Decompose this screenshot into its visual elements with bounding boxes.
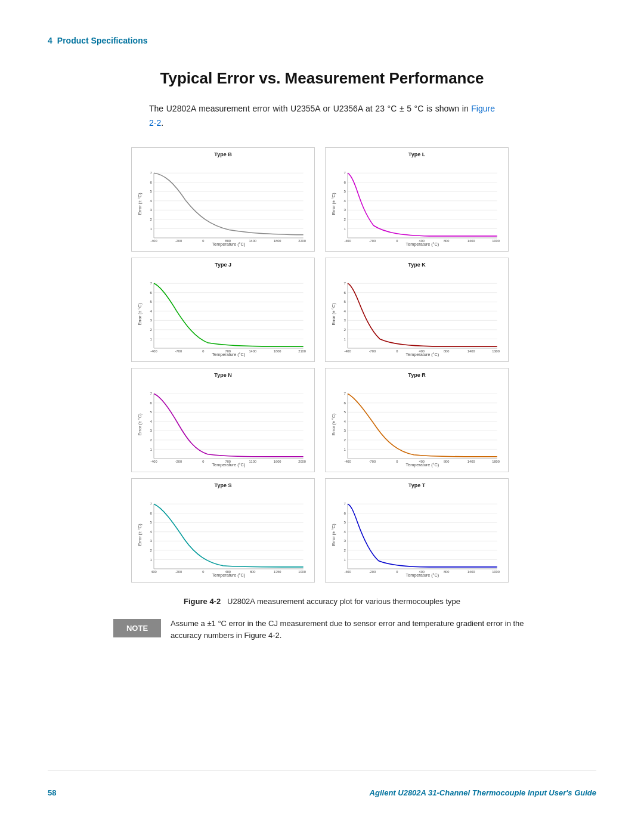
chart-typeB-inner: Error (± °C) Temperature (°C): [137, 160, 309, 248]
svg-text:6: 6: [150, 400, 152, 404]
svg-text:6: 6: [343, 400, 346, 404]
chart-typeT-svg: Error (± °C) Temperature (°C) 7 6 5: [330, 491, 503, 579]
svg-text:7: 7: [150, 171, 152, 175]
note-label: NOTE: [113, 619, 161, 637]
svg-text:Error (± °C): Error (± °C): [331, 303, 336, 325]
svg-text:4: 4: [343, 308, 346, 312]
svg-text:Error (± °C): Error (± °C): [137, 413, 143, 435]
svg-text:-400: -400: [344, 349, 351, 353]
svg-text:3: 3: [150, 208, 152, 212]
svg-text:1400: 1400: [467, 239, 475, 243]
svg-text:400: 400: [419, 349, 425, 353]
svg-text:800: 800: [444, 570, 450, 574]
chart-typeN-inner: Error (± °C) Temperature (°C) 7 6 5: [137, 380, 309, 469]
svg-text:7: 7: [343, 281, 346, 285]
intro-text: The U2802A measurement error with U2355A…: [149, 102, 495, 131]
svg-text:5: 5: [343, 520, 346, 524]
svg-text:-200: -200: [175, 570, 182, 574]
chart-typeL-inner: Error (± °C) Temperature (°C) 7 6 5: [330, 160, 503, 248]
svg-text:0: 0: [396, 460, 398, 463]
svg-text:1350: 1350: [274, 570, 281, 574]
chart-typeK-inner: Error (± °C) Temperature (°C) 7 6 5: [330, 270, 503, 358]
svg-text:7: 7: [343, 391, 346, 395]
svg-text:1: 1: [150, 557, 152, 561]
svg-text:1300: 1300: [492, 349, 500, 353]
svg-text:-700: -700: [369, 460, 376, 463]
chart-typeR: Type R Error (± °C) Temperature (°C): [325, 368, 509, 472]
svg-text:4: 4: [343, 419, 346, 423]
svg-text:7: 7: [150, 391, 152, 395]
chart-typeJ-svg: Error (± °C) Temperature (°C) 7 6 5: [137, 270, 309, 358]
svg-text:2: 2: [343, 438, 346, 442]
svg-text:Error (± °C): Error (± °C): [331, 524, 336, 546]
svg-text:2: 2: [343, 217, 346, 221]
svg-text:Error (± °C): Error (± °C): [331, 413, 336, 435]
section-title: Typical Error vs. Measurement Performanc…: [48, 69, 596, 88]
svg-text:-700: -700: [369, 349, 376, 353]
figure-caption-text: U2802A measurement accuracy plot for var…: [227, 597, 460, 606]
svg-text:2: 2: [343, 548, 346, 552]
page-footer: 58 Agilent U2802A 31-Channel Thermocoupl…: [48, 770, 596, 797]
svg-text:6: 6: [343, 290, 346, 294]
chart-typeL-svg: Error (± °C) Temperature (°C) 7 6 5: [330, 160, 503, 248]
svg-text:Error (± °C): Error (± °C): [137, 193, 143, 215]
footer-title: Agilent U2802A 31-Channel Thermocouple I…: [370, 788, 596, 797]
svg-text:-400: -400: [344, 570, 351, 574]
chart-typeJ: Type J Error (± °C) Temperature (°C): [131, 258, 315, 362]
note-text: Assume a ±1 °C error in the CJ measureme…: [171, 618, 531, 643]
chart-typeT-title: Type T: [330, 482, 503, 488]
chart-typeS-svg: Error (± °C) Temperature (°C) 7 6 5: [137, 491, 309, 579]
svg-text:800: 800: [444, 460, 450, 463]
svg-text:1800: 1800: [274, 239, 281, 243]
svg-text:4: 4: [150, 308, 152, 312]
svg-text:-400: -400: [150, 239, 157, 243]
charts-grid: Type B Error (± °C): [131, 147, 513, 583]
svg-text:1400: 1400: [467, 570, 475, 574]
svg-text:0: 0: [396, 570, 398, 574]
chart-typeN-title: Type N: [137, 372, 309, 378]
svg-text:Error (± °C): Error (± °C): [331, 193, 336, 215]
svg-text:800: 800: [225, 239, 231, 243]
svg-text:1400: 1400: [249, 349, 256, 353]
svg-text:5: 5: [343, 299, 346, 304]
svg-text:Error (± °C): Error (± °C): [137, 303, 143, 325]
svg-text:1000: 1000: [492, 239, 500, 243]
svg-text:1: 1: [343, 226, 346, 230]
svg-text:-200: -200: [175, 239, 182, 243]
chart-typeK: Type K Error (± °C) Temperature (°C): [325, 258, 509, 362]
chart-typeK-svg: Error (± °C) Temperature (°C) 7 6 5: [330, 270, 503, 358]
chart-typeT: Type T Error (± °C) Temperature (°C): [325, 478, 509, 583]
svg-text:1400: 1400: [467, 460, 475, 463]
svg-text:7: 7: [150, 281, 152, 285]
svg-text:0: 0: [396, 239, 398, 243]
chapter-header: 4 Product Specifications: [48, 36, 596, 45]
svg-text:400: 400: [419, 239, 425, 243]
svg-text:0: 0: [202, 460, 204, 463]
svg-text:3: 3: [343, 208, 346, 212]
svg-text:1800: 1800: [274, 349, 281, 353]
svg-text:4: 4: [343, 198, 346, 202]
svg-text:5: 5: [343, 189, 346, 193]
svg-text:1000: 1000: [492, 570, 500, 574]
svg-text:4: 4: [150, 198, 152, 202]
svg-text:1400: 1400: [249, 239, 256, 243]
svg-text:1000: 1000: [298, 570, 306, 574]
svg-text:4: 4: [150, 419, 152, 423]
svg-text:3: 3: [343, 428, 346, 432]
chart-typeN: Type N Error (± °C) Temperature (°C): [131, 368, 315, 472]
svg-text:-400: -400: [344, 460, 351, 463]
chapter-title: Product Specifications: [57, 36, 148, 45]
svg-text:2: 2: [150, 548, 152, 552]
svg-text:7: 7: [150, 501, 152, 506]
svg-text:400: 400: [419, 570, 425, 574]
svg-text:3: 3: [150, 428, 152, 432]
svg-text:3: 3: [150, 318, 152, 322]
svg-text:-400: -400: [150, 349, 157, 353]
svg-text:6: 6: [150, 510, 152, 515]
svg-text:1800: 1800: [492, 460, 500, 463]
svg-text:1: 1: [150, 336, 152, 340]
svg-text:1600: 1600: [274, 460, 281, 463]
svg-text:5: 5: [150, 520, 152, 524]
svg-text:-200: -200: [175, 460, 182, 463]
chart-typeS-title: Type S: [137, 482, 309, 488]
